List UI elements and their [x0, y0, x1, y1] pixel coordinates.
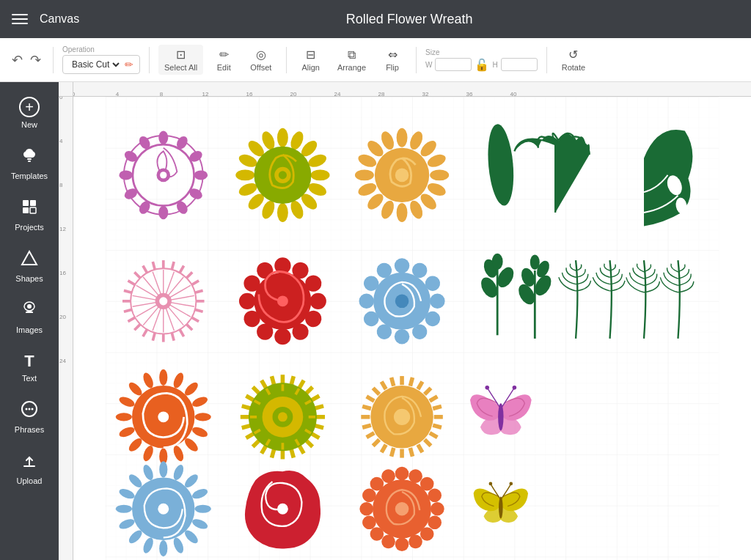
svg-point-9 [26, 408, 28, 410]
offset-button[interactable]: ◎ Offset [244, 45, 277, 75]
svg-rect-2 [23, 200, 29, 206]
flower-yellow-green[interactable] [235, 128, 329, 222]
images-icon [21, 301, 38, 323]
select-all-button[interactable]: ⊡ Select All [158, 45, 203, 75]
svg-point-135 [430, 294, 444, 309]
svg-rect-91 [122, 300, 131, 303]
select-all-icon: ⊡ [176, 48, 186, 62]
sidebar-item-upload[interactable]: Upload [0, 443, 59, 494]
flower-orange-sun[interactable] [361, 376, 443, 458]
toolbar: ↶ ↷ Operation Basic Cut Draw Score Engra… [0, 38, 751, 82]
divider-3 [286, 47, 287, 73]
ruler-v-tick-8: 8 [59, 182, 62, 188]
ruler-h-tick-24: 24 [334, 91, 341, 97]
operation-dropdown[interactable]: Basic Cut Draw Score Engrave [69, 59, 122, 70]
svg-point-260 [277, 504, 288, 515]
flower-orange[interactable] [355, 128, 449, 222]
sidebar-item-shapes[interactable]: Shapes [0, 240, 59, 292]
svg-point-121 [310, 293, 326, 309]
svg-rect-204 [282, 443, 285, 449]
svg-rect-201 [309, 416, 315, 419]
arrange-button[interactable]: ⧉ Arrange [331, 45, 372, 75]
ruler-h-tick-16: 16 [246, 91, 253, 97]
svg-point-281 [509, 482, 513, 486]
svg-point-56 [430, 169, 449, 180]
text-icon: T [24, 352, 34, 371]
svg-point-250 [159, 540, 167, 556]
rotate-button[interactable]: ↺ Rotate [556, 45, 591, 75]
svg-point-265 [431, 502, 444, 516]
size-h-label: H [492, 61, 497, 69]
svg-point-127 [239, 293, 255, 309]
svg-point-7 [27, 304, 32, 309]
new-icon: + [19, 97, 40, 117]
svg-point-132 [395, 258, 409, 273]
divider-4 [416, 47, 417, 73]
leaf-monstera[interactable] [644, 130, 692, 226]
svg-point-238 [394, 409, 410, 425]
svg-point-51 [279, 171, 287, 179]
svg-point-124 [274, 328, 290, 345]
sidebar-item-text[interactable]: T Text [0, 343, 59, 391]
sidebar-item-projects[interactable]: Projects [0, 189, 59, 240]
svg-point-60 [397, 203, 408, 222]
ruler-horizontal: 0 4 8 12 16 20 24 28 32 36 40 [73, 82, 751, 97]
svg-rect-213 [400, 376, 404, 385]
edit-button[interactable]: ✏ Edit [209, 45, 238, 75]
sidebar: + New Templates [0, 82, 59, 560]
operation-label: Operation [62, 45, 140, 54]
svg-point-11 [32, 408, 34, 410]
flip-button[interactable]: ⇔ Flip [378, 45, 407, 75]
svg-point-117 [159, 297, 167, 305]
ruler-h-tick-0: 0 [73, 91, 75, 97]
flower-red-blob[interactable] [245, 471, 320, 548]
menu-button[interactable] [12, 14, 28, 24]
divider-2 [149, 47, 150, 73]
svg-point-155 [159, 369, 167, 386]
svg-point-273 [359, 502, 373, 516]
svg-point-25 [158, 206, 168, 220]
sidebar-item-new[interactable]: + New [0, 88, 59, 138]
flower-orange-mandala[interactable] [359, 467, 444, 551]
svg-point-172 [158, 411, 169, 422]
redo-button[interactable]: ↷ [27, 49, 44, 71]
flower-blue-teeth[interactable] [116, 461, 211, 556]
flower-orange-spiral[interactable] [116, 369, 211, 465]
phrases-icon [21, 400, 38, 422]
svg-point-145 [395, 295, 409, 309]
ruler-h-tick-28: 28 [378, 91, 385, 97]
align-button[interactable]: ⊟ Align [296, 45, 325, 75]
operation-group: Operation Basic Cut Draw Score Engrave ✏ [62, 45, 140, 74]
sidebar-item-templates[interactable]: Templates [0, 138, 59, 189]
svg-rect-219 [434, 415, 443, 419]
flower-yellow-mandala[interactable] [241, 375, 325, 459]
undo-redo-group: ↶ ↷ [9, 49, 44, 71]
svg-point-261 [395, 467, 409, 481]
svg-point-52 [397, 128, 408, 147]
size-h-input[interactable] [501, 58, 538, 71]
svg-rect-191 [241, 415, 250, 419]
ruler-h-tick-8: 8 [160, 91, 163, 97]
undo-button[interactable]: ↶ [9, 49, 26, 71]
divider-5 [546, 47, 547, 73]
svg-rect-173 [281, 375, 285, 384]
svg-point-138 [395, 329, 409, 344]
svg-point-159 [195, 413, 211, 421]
svg-point-241 [513, 386, 517, 390]
svg-point-246 [195, 505, 211, 513]
sidebar-item-phrases[interactable]: Phrases [0, 391, 59, 443]
projects-icon [21, 198, 38, 220]
size-link-icon[interactable]: 🔓 [475, 58, 489, 72]
svg-point-131 [277, 295, 288, 306]
sidebar-item-images[interactable]: Images [0, 292, 59, 343]
canvas-svg [73, 97, 751, 560]
document-title: Rolled Flower Wreath [79, 12, 739, 27]
svg-point-141 [359, 294, 374, 309]
operation-select[interactable]: Basic Cut Draw Score Engrave ✏ [62, 55, 140, 74]
ruler-v-tick-20: 20 [59, 314, 66, 320]
ruler-v-tick-16: 16 [59, 270, 66, 276]
templates-icon [21, 147, 38, 169]
canvas-area[interactable]: 0 4 8 12 16 20 24 28 32 36 40 0 4 8 12 1… [59, 82, 751, 560]
canvas-surface[interactable] [73, 97, 751, 560]
size-w-input[interactable] [435, 58, 472, 71]
